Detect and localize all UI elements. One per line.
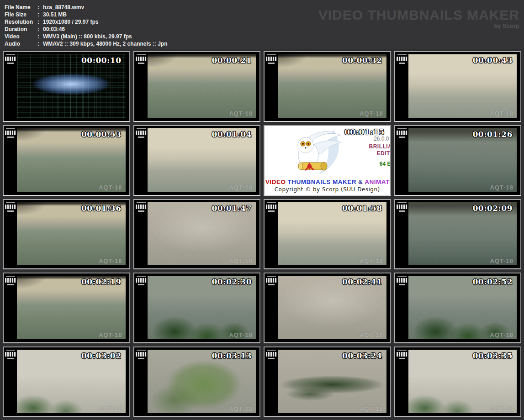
frame-watermark: AQT-18 (99, 257, 122, 264)
timestamp-overlay: 00:00:43 (472, 56, 513, 65)
video-thumbnail: AQT-1800:03:02 (3, 346, 130, 417)
logo-card: 00:01:1526.0.0BRILLIANEDITIO64 BIVIDEOTH… (265, 126, 390, 195)
app-watermark-title: VIDEO THUMBNAILS MAKER (318, 8, 519, 22)
frame-watermark: AQT-18 (360, 331, 383, 338)
frame-placeholder: AQT-1800:02:41 (278, 276, 386, 339)
timestamp-overlay: 00:02:19 (81, 277, 122, 286)
timestamp-overlay: 00:01:58 (342, 204, 382, 213)
app-logo-thumbnail: 00:01:1526.0.0BRILLIANEDITIO64 BIVIDEOTH… (264, 125, 391, 196)
frame-placeholder: AQT-1800:00:53 (17, 128, 126, 192)
frame-watermark: AQT-18 (229, 110, 253, 117)
video-thumbnail: AQT-1800:02:30 (133, 273, 261, 343)
logo-title-part: ANIMATOR (364, 178, 390, 185)
video-thumbnail: AQT-1800:00:32 (264, 51, 391, 122)
frame-placeholder: AQT-1800:00:32 (278, 54, 386, 118)
timestamp-overlay: 00:03:35 (472, 351, 513, 360)
frame-stamp-icon (396, 275, 408, 286)
logo-title-part: THUMBNAILS MAKER (287, 178, 358, 185)
metadata-separator: : (37, 18, 43, 26)
video-thumbnail: AQT-1800:00:21 (133, 51, 261, 122)
frame-watermark: AQT-18 (360, 405, 383, 412)
video-thumbnail: AQT-1800:02:19 (3, 273, 130, 343)
metadata-separator: : (37, 4, 43, 11)
frame-placeholder: AQT-1800:00:10 (17, 54, 126, 118)
logo-title-part: & (357, 178, 364, 185)
video-thumbnail: AQT-1800:02:52 (394, 273, 522, 343)
frame-placeholder: AQT-1800:02:52 (408, 276, 517, 339)
metadata-label: Video (5, 33, 37, 40)
video-thumbnail: AQT-1800:03:24 (264, 346, 391, 417)
metadata-label: Audio (5, 40, 37, 47)
metadata-value: 1920x1080 / 29.97 fps (43, 18, 98, 26)
frame-stamp-icon (396, 127, 408, 138)
timestamp-overlay: 00:01:36 (81, 204, 122, 213)
frame-watermark: AQT-18 (490, 257, 513, 264)
frame-watermark: AQT-18 (490, 405, 513, 412)
timestamp-overlay: 00:00:53 (81, 130, 122, 139)
frame-watermark: AQT-18 (229, 405, 253, 412)
timestamp-overlay: 00:03:24 (342, 351, 382, 360)
video-thumbnail: AQT-1800:00:53 (3, 125, 130, 196)
timestamp-overlay: 00:02:52 (472, 277, 513, 286)
metadata-line: Audio:WMAV2 :: 309 kbps, 48000 Hz, 2 cha… (5, 40, 168, 47)
metadata-label: Resolution (5, 18, 37, 26)
timestamp-overlay: 00:02:41 (342, 277, 382, 286)
frame-placeholder: AQT-1800:01:26 (408, 128, 517, 192)
app-watermark: VIDEO THUMBNAILS MAKER by Scorp (318, 8, 519, 29)
frame-watermark: AQT-18 (99, 184, 122, 191)
metadata-value: 30.51 MB (43, 11, 67, 18)
frame-stamp-icon (5, 349, 16, 360)
frame-stamp-icon (135, 275, 147, 286)
metadata-separator: : (37, 33, 43, 40)
frame-placeholder: AQT-1800:03:02 (17, 350, 126, 413)
bitness-label: 64 BI (380, 161, 390, 167)
video-thumbnail: AQT-1800:01:36 (3, 199, 130, 270)
frame-stamp-icon (135, 53, 147, 64)
metadata-separator: : (37, 40, 43, 47)
frame-stamp-icon (265, 201, 277, 212)
edition-label-line2: EDITIO (376, 150, 390, 157)
metadata-label: File Size (5, 11, 37, 18)
video-thumbnail: AQT-1800:01:26 (394, 125, 522, 196)
metadata-header: File Name:hza_88748.wmvFile Size:30.51 M… (0, 0, 524, 49)
timestamp-overlay: 00:02:30 (212, 277, 252, 286)
frame-stamp-icon (5, 127, 16, 138)
metadata-label: File Name (5, 4, 37, 11)
frame-placeholder: AQT-1800:01:04 (148, 128, 256, 192)
frame-watermark: AQT-18 (99, 405, 122, 412)
metadata-line: File Name:hza_88748.wmv (5, 4, 168, 11)
video-thumbnail: AQT-1800:00:43 (394, 51, 522, 122)
timestamp-overlay: 00:02:09 (472, 204, 513, 213)
frame-watermark: AQT-18 (229, 184, 253, 191)
metadata-line: Duration:00:03:46 (5, 26, 168, 33)
frame-watermark: AQT-18 (360, 257, 383, 264)
frame-stamp-icon (135, 127, 147, 138)
video-thumbnail: AQT-1800:02:41 (264, 273, 391, 343)
video-thumbnail: AQT-1800:01:58 (264, 199, 391, 270)
video-thumbnail: AQT-1800:01:47 (133, 199, 261, 270)
edition-label-line1: BRILLIAN (369, 143, 390, 150)
frame-stamp-icon (265, 275, 277, 286)
frame-watermark: AQT-18 (490, 184, 513, 191)
timestamp-overlay: 00:03:13 (212, 351, 252, 360)
frame-stamp-icon (5, 201, 16, 212)
frame-placeholder: AQT-1800:02:09 (408, 202, 517, 266)
timestamp-overlay: 00:01:15 (344, 127, 385, 136)
metadata-value: WMV3 (Main) :: 800 kb/s, 29.97 fps (43, 33, 132, 40)
metadata-value: hza_88748.wmv (43, 4, 84, 11)
frame-stamp-icon (396, 201, 408, 212)
timestamp-overlay: 00:01:47 (212, 204, 252, 213)
frame-stamp-icon (265, 53, 277, 64)
timestamp-overlay: 00:01:04 (212, 130, 252, 139)
timestamp-overlay: 00:00:21 (212, 56, 252, 65)
frame-placeholder: AQT-1800:03:35 (408, 350, 517, 413)
frame-watermark: AQT-18 (490, 331, 513, 338)
frame-placeholder: AQT-1800:03:24 (278, 350, 386, 413)
frame-watermark: AQT-18 (229, 257, 253, 264)
timestamp-overlay: 00:00:10 (81, 56, 122, 65)
timestamp-overlay: 00:00:32 (342, 56, 382, 65)
frame-placeholder: AQT-1800:01:47 (148, 202, 256, 266)
metadata-value: 00:03:46 (43, 26, 65, 33)
metadata-separator: : (37, 26, 43, 33)
frame-placeholder: AQT-1800:01:58 (278, 202, 386, 266)
